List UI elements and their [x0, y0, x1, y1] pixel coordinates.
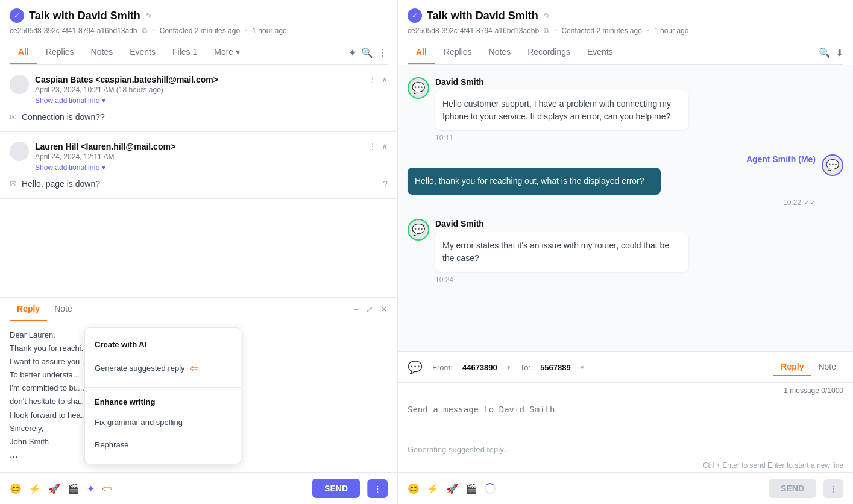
email-item-2: Lauren Hill <lauren.hill@mail.com> April… [0, 132, 397, 199]
right-header: ✓ Talk with David Smith ✎ ce2505d8-392c-… [398, 0, 853, 65]
left-title-icon: ✓ [10, 8, 24, 23]
left-edit-icon[interactable]: ✎ [145, 11, 153, 20]
video-icon[interactable]: 🎬 [68, 483, 80, 494]
email-subject-1: Connection is down?? [22, 112, 105, 122]
right-tabs: All Replies Notes Recordings Events 🔍 ⬇ [408, 41, 843, 65]
msg-content-1: David Smith Hello customer support, I ha… [435, 77, 843, 142]
message-row-3: 💬 David Smith My error states that it's … [408, 219, 843, 284]
tab-events[interactable]: Events [121, 41, 164, 64]
avatar-caspian [10, 75, 29, 94]
question-icon: ? [383, 179, 388, 189]
right-tab-recordings[interactable]: Recordings [519, 41, 579, 64]
rocket-icon[interactable]: 🚀 [48, 483, 60, 494]
copy-icon[interactable]: ⧉ [142, 27, 148, 35]
composer-tab-note[interactable]: Note [811, 358, 843, 376]
msg-bubble-3: My error states that it's an issue with … [435, 232, 688, 272]
composer-from-to: 💬 From: 44673890 ▾ To: 5567889 ▾ Reply N… [398, 352, 853, 383]
left-time-ago: 1 hour ago [252, 27, 286, 35]
composer-count: 1 message 0/1000 [398, 383, 853, 398]
right-meta: ce2505d8-392c-4f41-8794-a16bd13adbb ⧉ • … [408, 27, 843, 35]
email-collapse-icon-2[interactable]: ∧ [382, 142, 388, 151]
email-collapse-icon-1[interactable]: ∧ [382, 75, 388, 84]
msg-time-3: 10:24 [435, 276, 843, 284]
send-button[interactable]: SEND [312, 479, 360, 498]
avatar-david-2: 💬 [408, 219, 429, 241]
search-icon[interactable]: 🔍 [361, 47, 373, 58]
emoji-icon[interactable]: 😊 [10, 483, 22, 494]
rephrase-item[interactable]: Rephrase [85, 434, 241, 456]
right-tab-events[interactable]: Events [579, 41, 622, 64]
generate-reply-item[interactable]: Generate suggested reply ⇦ [85, 355, 241, 382]
reply-tabs: Reply Note − ⤢ ✕ [0, 298, 397, 321]
email-from-2: Lauren Hill <lauren.hill@mail.com> [35, 142, 362, 151]
email-more-icon-2[interactable]: ⋮ [368, 142, 377, 151]
composer-wa-icon: 💬 [408, 360, 423, 374]
to-dropdown-icon[interactable]: ▾ [581, 364, 584, 371]
msg-content-2: Agent Smith (Me) Hello, thank you for re… [408, 154, 816, 207]
right-contacted: Contacted 2 minutes ago [561, 27, 641, 35]
tab-notes[interactable]: Notes [83, 41, 122, 64]
whatsapp-icon-2: 💬 [412, 223, 425, 236]
back-arrow-icon[interactable]: ⇦ [102, 481, 112, 496]
right-panel: ✓ Talk with David Smith ✎ ce2505d8-392c-… [398, 0, 853, 504]
to-value: 5567889 [540, 363, 571, 372]
fix-grammar-label: Fix grammar and spelling [95, 417, 183, 429]
right-edit-icon[interactable]: ✎ [543, 11, 550, 20]
whatsapp-icon-1: 💬 [412, 81, 425, 95]
from-dropdown-icon[interactable]: ▾ [507, 364, 511, 371]
email-more-icon-1[interactable]: ⋮ [368, 75, 377, 84]
send-more-button[interactable]: ⋮ [367, 479, 388, 498]
double-check-icon: ✓✓ [804, 198, 816, 207]
right-tab-notes[interactable]: Notes [480, 41, 520, 64]
send-button-right[interactable]: SEND [769, 479, 816, 498]
whatsapp-icon-agent: 💬 [826, 159, 839, 172]
right-id: ce2505d8-392c-4f41-8794-a16bd13adbb [408, 27, 539, 35]
left-tabs: All Replies Notes Events Files 1 More ▾ … [10, 41, 388, 65]
show-info-1[interactable]: Show additional info ▾ [35, 96, 105, 105]
expand-icon[interactable]: ⤢ [366, 304, 373, 314]
send-more-button-right[interactable]: ⋮ [823, 479, 843, 498]
fix-grammar-item[interactable]: Fix grammar and spelling [85, 412, 241, 434]
msg-time-2: 10:22 ✓✓ [408, 198, 816, 207]
reply-body[interactable]: Dear Lauren, Thank you for reachi... ...… [0, 321, 397, 472]
more-options-icon[interactable]: ⋮ [378, 47, 388, 58]
arrow-icon: ⇦ [190, 360, 199, 377]
show-info-2[interactable]: Show additional info ▾ [35, 163, 105, 172]
video-icon-right[interactable]: 🎬 [465, 483, 477, 494]
left-meta: ce2505d8-392c-4f41-8794-a16bd13adb ⧉ • C… [10, 27, 388, 35]
ai-icon-left[interactable]: ✦ [87, 483, 95, 494]
right-tab-replies[interactable]: Replies [435, 41, 480, 64]
reply-tab-note[interactable]: Note [47, 298, 80, 321]
tab-replies[interactable]: Replies [37, 41, 83, 64]
right-tab-all[interactable]: All [408, 41, 435, 64]
tab-all[interactable]: All [10, 41, 37, 64]
emoji-icon-right[interactable]: 😊 [408, 483, 420, 494]
avatar-lauren [10, 142, 29, 161]
right-search-icon[interactable]: 🔍 [819, 47, 831, 58]
tab-files[interactable]: Files 1 [164, 41, 206, 64]
right-copy-icon[interactable]: ⧉ [544, 27, 549, 35]
chat-composer: 💬 From: 44673890 ▾ To: 5567889 ▾ Reply N… [398, 351, 853, 504]
rocket-icon-right[interactable]: 🚀 [446, 483, 458, 494]
ai-star-icon[interactable]: ✦ [348, 47, 356, 58]
reply-tab-reply[interactable]: Reply [10, 298, 47, 321]
msg-bubble-1: Hello customer support, I have a problem… [435, 90, 688, 130]
message-input[interactable] [398, 398, 853, 441]
generating-text: Generating suggested reply... [398, 443, 853, 459]
ai-enhance-title: Enhance writing [85, 392, 241, 412]
email-from-1: Caspian Bates <caspian.bateshill@mail.co… [35, 75, 362, 84]
msg-content-3: David Smith My error states that it's an… [435, 219, 843, 284]
msg-bubble-2: Hello, thank you for reaching out, what … [408, 168, 661, 195]
right-download-icon[interactable]: ⬇ [836, 47, 843, 58]
close-icon[interactable]: ✕ [380, 304, 388, 314]
lightning-icon-right[interactable]: ⚡ [427, 483, 439, 494]
composer-tab-reply[interactable]: Reply [773, 358, 811, 376]
generate-reply-label: Generate suggested reply [95, 362, 185, 375]
chat-messages: 💬 David Smith Hello customer support, I … [398, 65, 853, 351]
email-info-1: Caspian Bates <caspian.bateshill@mail.co… [35, 75, 362, 105]
tab-more[interactable]: More ▾ [206, 41, 248, 64]
left-contacted: Contacted 2 minutes ago [160, 27, 240, 35]
ai-create-title: Create with AI [85, 335, 241, 355]
lightning-icon[interactable]: ⚡ [29, 483, 41, 494]
minimize-icon[interactable]: − [354, 304, 359, 314]
